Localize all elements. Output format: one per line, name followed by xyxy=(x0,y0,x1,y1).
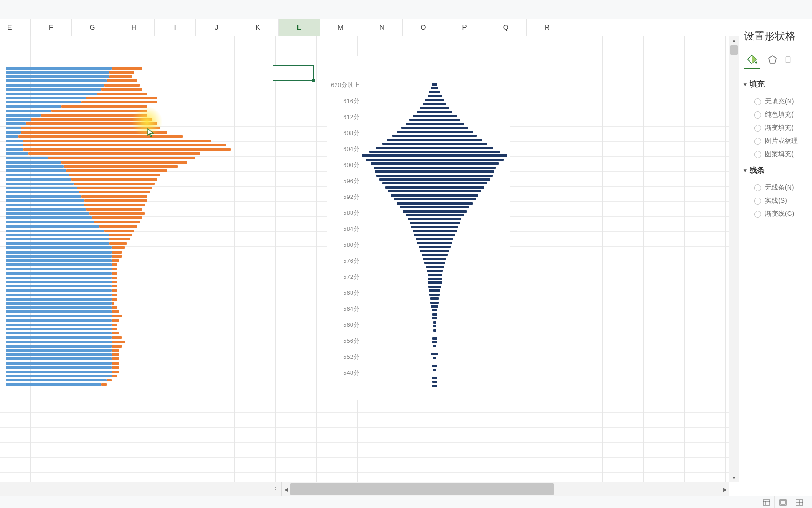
bar-segment-navy[interactable] xyxy=(410,222,459,224)
bar-segment-blue[interactable] xyxy=(6,178,71,181)
bar-segment-navy[interactable] xyxy=(388,190,481,192)
bar-segment-blue[interactable] xyxy=(6,174,69,176)
bar-segment-blue[interactable] xyxy=(6,230,104,232)
bar-segment-blue[interactable] xyxy=(6,357,112,360)
bar-segment-blue[interactable] xyxy=(6,281,112,284)
bar-segment-blue[interactable] xyxy=(6,319,112,322)
bar-segment-navy[interactable] xyxy=(413,230,457,232)
sheet-tabs-resize-handle[interactable]: ⋮ xyxy=(0,482,282,496)
fill-option[interactable]: 渐变填充( xyxy=(744,121,812,135)
bar-segment-navy[interactable] xyxy=(420,250,449,252)
bar-segment-navy[interactable] xyxy=(406,123,464,125)
bar-segment-navy[interactable] xyxy=(413,115,457,117)
bar-segment-orange[interactable] xyxy=(81,101,157,104)
bar-segment-navy[interactable] xyxy=(424,262,445,264)
bar-segment-navy[interactable] xyxy=(403,210,467,213)
bar-segment-blue[interactable] xyxy=(6,298,112,301)
bar-segment-orange[interactable] xyxy=(112,306,117,309)
bar-segment-orange[interactable] xyxy=(112,67,142,70)
bar-segment-navy[interactable] xyxy=(406,214,464,216)
bar-segment-navy[interactable] xyxy=(432,341,437,343)
bar-segment-blue[interactable] xyxy=(6,324,112,326)
bar-segment-blue[interactable] xyxy=(6,238,109,241)
chart-right-spindle[interactable]: 620分以上616分612分608分604分600分596分592分588分58… xyxy=(327,56,510,400)
bar-segment-navy[interactable] xyxy=(432,337,437,340)
bar-segment-blue[interactable] xyxy=(6,183,74,185)
bar-segment-orange[interactable] xyxy=(26,122,157,125)
bar-segment-orange[interactable] xyxy=(109,234,132,237)
bar-segment-blue[interactable] xyxy=(6,105,61,108)
bar-segment-blue[interactable] xyxy=(6,157,48,159)
bar-segment-blue[interactable] xyxy=(6,88,102,91)
format-shape-pane[interactable]: 设置形状格 ▾ 填充 无填充(N)纯色填充(渐变填充(图片或纹理图案填充( ▾ … xyxy=(739,19,812,496)
bar-segment-navy[interactable] xyxy=(416,238,454,240)
bar-segment-blue[interactable] xyxy=(6,289,112,292)
bar-segment-blue[interactable] xyxy=(6,268,112,270)
bar-segment-blue[interactable] xyxy=(6,195,81,198)
bar-segment-blue[interactable] xyxy=(6,383,102,386)
bar-segment-navy[interactable] xyxy=(411,226,458,228)
bar-segment-orange[interactable] xyxy=(112,302,114,305)
bar-segment-navy[interactable] xyxy=(374,167,496,169)
bar-segment-orange[interactable] xyxy=(77,187,152,190)
column-header[interactable]: I xyxy=(155,19,196,36)
bar-segment-blue[interactable] xyxy=(6,379,107,382)
bar-segment-orange[interactable] xyxy=(112,268,117,270)
bar-segment-orange[interactable] xyxy=(69,174,160,176)
bar-segment-orange[interactable] xyxy=(28,152,200,155)
bar-segment-navy[interactable] xyxy=(428,281,442,284)
bar-segment-blue[interactable] xyxy=(6,165,64,168)
bar-segment-blue[interactable] xyxy=(6,328,112,331)
bar-segment-navy[interactable] xyxy=(429,289,441,292)
worksheet-grid[interactable]: 620分以上616分612分608分604分600分596分592分588分58… xyxy=(0,36,729,482)
bar-segment-orange[interactable] xyxy=(21,127,160,129)
bar-segment-orange[interactable] xyxy=(112,251,122,254)
column-header[interactable]: L xyxy=(279,19,320,36)
bar-segment-blue[interactable] xyxy=(6,191,79,194)
bar-segment-blue[interactable] xyxy=(6,187,77,190)
bar-segment-orange[interactable] xyxy=(23,140,211,143)
horizontal-scroll-thumb[interactable] xyxy=(290,483,554,495)
bar-segment-orange[interactable] xyxy=(23,144,226,147)
bar-segment-blue[interactable] xyxy=(6,110,51,112)
bar-segment-orange[interactable] xyxy=(112,332,119,335)
vertical-scroll-thumb[interactable] xyxy=(730,45,738,55)
bar-segment-blue[interactable] xyxy=(6,135,18,138)
bar-segment-navy[interactable] xyxy=(426,266,443,268)
bar-segment-navy[interactable] xyxy=(417,242,452,244)
bar-segment-blue[interactable] xyxy=(6,114,41,117)
bar-segment-blue[interactable] xyxy=(6,67,112,70)
bar-segment-navy[interactable] xyxy=(431,353,438,355)
bar-segment-blue[interactable] xyxy=(6,84,104,87)
view-page-break-icon[interactable] xyxy=(791,496,807,508)
bar-segment-orange[interactable] xyxy=(23,148,231,151)
fill-option[interactable]: 无填充(N) xyxy=(744,95,812,108)
bar-segment-blue[interactable] xyxy=(6,221,94,223)
bar-segment-navy[interactable] xyxy=(430,302,439,304)
bar-segment-navy[interactable] xyxy=(397,202,472,205)
bar-segment-orange[interactable] xyxy=(112,263,117,266)
bar-segment-blue[interactable] xyxy=(6,97,86,100)
bar-segment-navy[interactable] xyxy=(401,127,468,129)
bar-segment-orange[interactable] xyxy=(112,371,119,373)
bar-segment-navy[interactable] xyxy=(432,381,437,383)
bar-segment-navy[interactable] xyxy=(400,206,470,208)
horizontal-scrollbar[interactable]: ◀ ▶ xyxy=(282,482,729,496)
bar-segment-blue[interactable] xyxy=(6,285,112,288)
bar-segment-orange[interactable] xyxy=(112,336,122,339)
fill-option[interactable]: 纯色填充( xyxy=(744,108,812,121)
vertical-scrollbar[interactable]: ▲ ▼ xyxy=(729,36,739,482)
bar-segment-blue[interactable] xyxy=(6,122,26,125)
bar-segment-orange[interactable] xyxy=(112,341,125,343)
fill-option[interactable]: 图案填充( xyxy=(744,148,812,161)
bar-segment-orange[interactable] xyxy=(112,255,122,258)
bar-segment-navy[interactable] xyxy=(369,151,500,153)
bar-segment-orange[interactable] xyxy=(112,315,122,318)
bar-segment-blue[interactable] xyxy=(6,93,97,95)
bar-segment-blue[interactable] xyxy=(6,259,112,262)
bar-segment-orange[interactable] xyxy=(112,324,117,326)
bar-segment-navy[interactable] xyxy=(432,385,437,387)
bar-segment-navy[interactable] xyxy=(371,162,499,165)
bar-segment-blue[interactable] xyxy=(6,362,112,365)
bar-segment-navy[interactable] xyxy=(429,294,440,296)
